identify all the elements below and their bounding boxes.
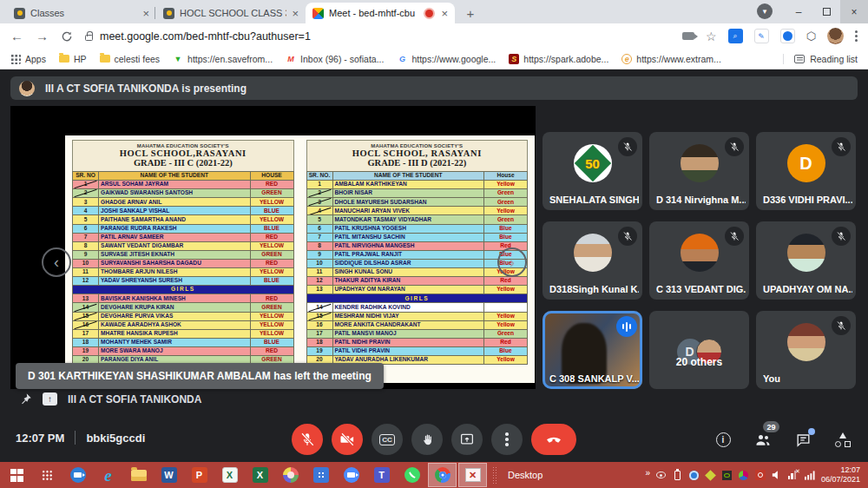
- bookmark-https-www-extram-[interactable]: ehttps://www.extram...: [621, 54, 720, 64]
- people-button[interactable]: 29: [753, 430, 773, 449]
- tray-overflow-icon[interactable]: »: [645, 468, 650, 478]
- signal-icon[interactable]: [805, 470, 815, 480]
- participant-tile-d336-vidhi-pravi-[interactable]: DD336 VIDHI PRAVI...: [756, 132, 856, 210]
- lock-icon[interactable]: [85, 35, 93, 41]
- taskbar-chrome-icon[interactable]: [428, 463, 457, 487]
- participant-tile-c-308-sankalp-v-[interactable]: C 308 SANKALP V...: [542, 311, 642, 389]
- captions-icon: CC: [379, 434, 395, 445]
- info-button[interactable]: i: [713, 430, 733, 449]
- student-row: 5MATONDKAR TASMAY VIDYADHARGreen: [306, 215, 528, 224]
- participant-tile-snehalata-singh[interactable]: SNEHALATA SINGH: [542, 132, 642, 210]
- mic-muted-icon: [832, 316, 851, 335]
- taskbar-internet-explorer-icon[interactable]: e: [94, 463, 122, 487]
- taskbar-picture-manager-icon[interactable]: ✕: [458, 463, 487, 487]
- address-bar[interactable]: meet.google.com/bed-mhtf-cbu?authuser=1: [85, 30, 670, 43]
- taskbar-zoom-icon[interactable]: [337, 463, 365, 487]
- network-icon[interactable]: ✕: [788, 470, 799, 480]
- clock-date: 06/07/2021: [821, 475, 860, 484]
- taskbar-excel-2003-icon[interactable]: X: [215, 463, 244, 487]
- taskbar-file-explorer-icon[interactable]: [124, 463, 153, 487]
- raise-hand-button[interactable]: [411, 424, 443, 455]
- activities-button[interactable]: [833, 430, 852, 449]
- taskbar-search-icon[interactable]: [33, 463, 62, 487]
- taskbar-word-icon[interactable]: W: [155, 463, 183, 487]
- tab-close-icon[interactable]: ×: [441, 8, 448, 19]
- volume-icon[interactable]: [772, 470, 782, 480]
- tray-battery-icon[interactable]: [673, 470, 683, 480]
- carousel-prev-icon[interactable]: ‹: [42, 247, 71, 277]
- participant-tile-c-313-vedant-dig-[interactable]: C 313 VEDANT DIG...: [649, 221, 749, 300]
- taskbar-camera-app-icon[interactable]: [63, 463, 92, 487]
- chat-button[interactable]: [793, 430, 812, 449]
- presentation-icon: ↑: [43, 392, 57, 406]
- reading-list-button[interactable]: Reading list: [783, 54, 858, 64]
- back-icon[interactable]: ←: [10, 30, 23, 43]
- notes-extension-icon[interactable]: ✎: [754, 29, 769, 43]
- tab-close-icon[interactable]: ×: [142, 8, 149, 19]
- leave-call-button[interactable]: [531, 424, 576, 455]
- forward-icon[interactable]: →: [36, 30, 49, 43]
- participant-tile-20-others[interactable]: D20 others: [649, 311, 749, 389]
- bookmark-label: https://en.savefrom...: [187, 54, 273, 64]
- student-row: 16MORE ANKITA CHANDRAKANTYellow: [306, 320, 528, 329]
- profile-avatar[interactable]: [827, 28, 844, 44]
- mic-off-button[interactable]: [292, 424, 323, 455]
- bookmark-apps[interactable]: Apps: [10, 54, 46, 64]
- document-title: MAHATMA EDUCATION SOCIETY'SHOCL SCHOOL,R…: [72, 140, 294, 171]
- new-tab-button[interactable]: +: [460, 3, 481, 23]
- nvidia-settings-icon[interactable]: [722, 470, 733, 480]
- student-row: 19PATIL VIDHI PRAVINBlue: [306, 346, 528, 355]
- bookmark-hp[interactable]: HP: [59, 54, 87, 64]
- student-row: 18PATIL NIDHI PRAVINRed: [306, 338, 528, 346]
- taskbar-whatsapp-icon[interactable]: [398, 463, 426, 487]
- student-row: 11THOMBARE ARJUN NILESHYELLOW: [73, 268, 294, 277]
- taskbar-excel-icon[interactable]: X: [246, 463, 274, 487]
- taskbar-share-app-icon[interactable]: [306, 463, 335, 487]
- participant-tile-upadhyay-om-na-[interactable]: UPADHYAY OM NA...: [756, 221, 856, 300]
- carousel-next-icon[interactable]: ›: [497, 247, 527, 277]
- bookmark-https-www-google-[interactable]: Ghttps://www.google...: [397, 54, 496, 64]
- taskbar-start-icon[interactable]: [3, 463, 31, 487]
- bookmark-https-en-savefrom-[interactable]: ▼https://en.savefrom...: [173, 54, 273, 64]
- participant-tile-d-314-nirvighna-m-[interactable]: D 314 Nirvighna M...: [649, 132, 749, 210]
- taskbar-teams-icon[interactable]: T: [367, 463, 396, 487]
- tab-close-icon[interactable]: ×: [292, 8, 299, 19]
- bookmark-https-spark-adobe-[interactable]: Shttps://spark.adobe...: [509, 54, 608, 64]
- taskbar-clock[interactable]: 12:07 06/07/2021: [821, 465, 860, 485]
- taskbar-paint-icon[interactable]: [276, 463, 305, 487]
- participant-tile-you[interactable]: You: [756, 311, 856, 389]
- search-extension-icon[interactable]: ⌕: [728, 29, 743, 43]
- letter-avatar: D: [787, 144, 825, 182]
- tray-diamond-icon[interactable]: [706, 470, 716, 480]
- browser-tab[interactable]: HOCL SCHOOL CLASS 3 (C & D)×: [156, 3, 306, 23]
- bookmark-inbox-96-sofiata-[interactable]: MInbox (96) - sofiata...: [286, 54, 384, 64]
- maximize-button[interactable]: [812, 0, 840, 23]
- mic-muted-icon: [618, 137, 637, 156]
- close-button[interactable]: ×: [840, 0, 868, 23]
- tray-color-icon[interactable]: [739, 470, 749, 480]
- minimize-button[interactable]: –: [785, 0, 812, 23]
- more-options-icon: [505, 438, 509, 441]
- extensions-puzzle-icon[interactable]: ⬡: [806, 30, 816, 43]
- camera-permission-icon[interactable]: [682, 32, 694, 40]
- extension-icon[interactable]: [780, 29, 795, 43]
- camera-off-button[interactable]: [332, 424, 363, 455]
- present-screen-button[interactable]: [451, 424, 483, 455]
- bookmark-celesti-fees[interactable]: celesti fees: [100, 54, 161, 64]
- tray-eye-icon[interactable]: [656, 470, 667, 480]
- desktop-toolbar-label[interactable]: Desktop: [508, 470, 542, 480]
- participant-tile-d318singh-kunal-k-[interactable]: D318Singh Kunal K...: [542, 221, 642, 300]
- magnifier-icon[interactable]: [755, 470, 766, 480]
- browser-tab[interactable]: Meet - bed-mhtf-cbu×: [306, 3, 455, 23]
- reload-icon[interactable]: [61, 30, 73, 43]
- captions-button[interactable]: CC: [372, 424, 403, 455]
- tab-search-icon[interactable]: ▾: [757, 3, 773, 19]
- browser-tab[interactable]: Classes×: [7, 3, 156, 23]
- bookmark-star-icon[interactable]: ☆: [706, 30, 717, 43]
- browser-menu-icon[interactable]: [855, 30, 858, 42]
- avatar: [681, 234, 719, 272]
- more-options-button[interactable]: [491, 424, 523, 455]
- tray-app-blue-icon[interactable]: [689, 470, 700, 480]
- bookmark-label: Inbox (96) - sofiata...: [300, 54, 384, 64]
- taskbar-powerpoint-icon[interactable]: P: [185, 463, 214, 487]
